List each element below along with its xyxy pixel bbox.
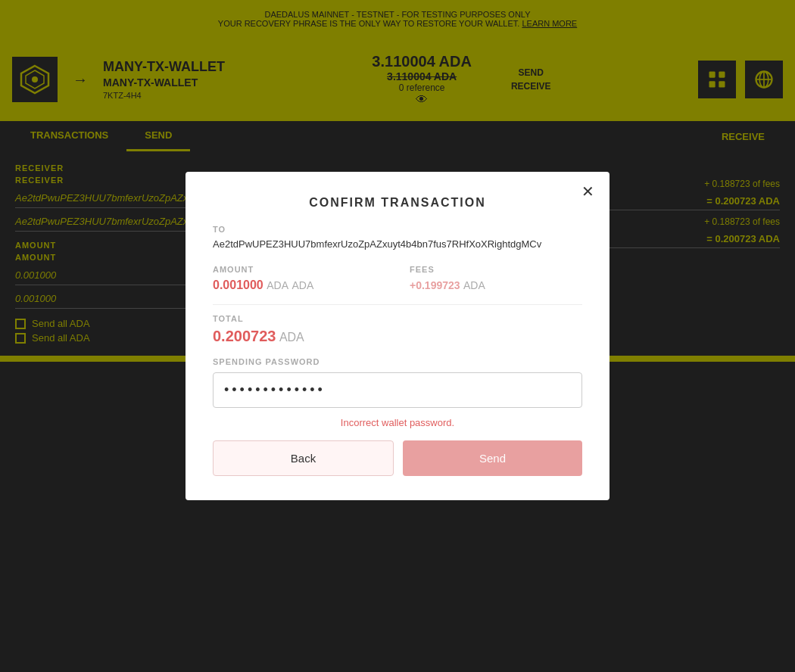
modal-amount-fees-row: AMOUNT 0.001000 ADA ADA FEES +0.199723 A…: [213, 265, 582, 292]
back-button[interactable]: Back: [213, 440, 394, 476]
modal-fees-value: +0.199723: [410, 279, 460, 291]
modal-total-unit: ADA: [279, 331, 304, 344]
modal-fees-label: FEES: [410, 265, 582, 274]
spending-password-input[interactable]: [213, 372, 582, 408]
modal-amount-col: AMOUNT 0.001000 ADA ADA: [213, 265, 385, 292]
modal-close-button[interactable]: ✕: [581, 184, 594, 199]
modal-total-value: 0.200723: [213, 328, 276, 344]
confirm-transaction-modal: ✕ CONFIRM TRANSACTION TO Ae2tdPwUPEZ3HUU…: [186, 172, 610, 500]
modal-divider: [213, 304, 582, 305]
modal-amount-unit: ADA: [267, 279, 288, 291]
modal-total-row: 0.200723 ADA: [213, 328, 582, 345]
modal-amount-label: AMOUNT: [213, 265, 385, 274]
modal-error-message: Incorrect wallet password.: [213, 417, 582, 428]
modal-password-label: SPENDING PASSWORD: [213, 357, 582, 366]
modal-buttons: Back Send: [213, 440, 582, 476]
modal-overlay: ✕ CONFIRM TRANSACTION TO Ae2tdPwUPEZ3HUU…: [0, 0, 795, 672]
modal-amount-unit-text: ADA: [292, 279, 313, 291]
modal-fees-unit: ADA: [463, 279, 485, 291]
send-button[interactable]: Send: [403, 440, 582, 476]
modal-amount-value: 0.001000: [213, 278, 263, 291]
modal-title: CONFIRM TRANSACTION: [213, 196, 582, 210]
modal-to-address: Ae2tdPwUPEZ3HUU7bmfexrUzoZpAZxuyt4b4bn7f…: [213, 238, 582, 250]
modal-to-label: TO: [213, 225, 582, 234]
modal-total-label: TOTAL: [213, 314, 582, 323]
modal-fees-col: FEES +0.199723 ADA: [410, 265, 582, 292]
